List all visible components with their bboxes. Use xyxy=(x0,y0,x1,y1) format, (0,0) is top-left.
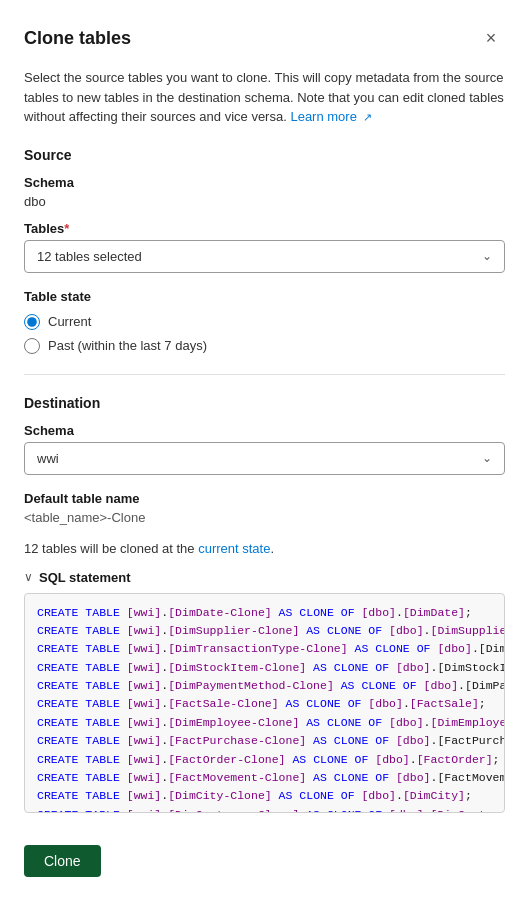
tables-dropdown[interactable]: 12 tables selected ⌄ xyxy=(24,240,505,273)
radio-past-option[interactable]: Past (within the last 7 days) xyxy=(24,338,505,354)
radio-current-option[interactable]: Current xyxy=(24,314,505,330)
sql-code-container: CREATE TABLE [wwi].[DimDate-Clone] AS CL… xyxy=(24,593,505,813)
radio-group: Current Past (within the last 7 days) xyxy=(24,314,505,354)
section-divider xyxy=(24,374,505,375)
table-state-section: Table state Current Past (within the las… xyxy=(24,289,505,354)
clone-button[interactable]: Clone xyxy=(24,845,101,877)
description-content: Select the source tables you want to clo… xyxy=(24,70,504,124)
dest-chevron-down-icon: ⌄ xyxy=(482,451,492,465)
destination-section: Destination Schema wwi ⌄ Default table n… xyxy=(24,395,505,525)
dialog-header: Clone tables × xyxy=(24,24,505,52)
tables-label: Tables* xyxy=(24,221,505,236)
default-name-value: <table_name>-Clone xyxy=(24,510,505,525)
sql-scroll-area[interactable]: CREATE TABLE [wwi].[DimDate-Clone] AS CL… xyxy=(25,594,504,813)
chevron-down-icon: ⌄ xyxy=(482,249,492,263)
close-button[interactable]: × xyxy=(477,24,505,52)
sql-toggle-label: SQL statement xyxy=(39,570,131,585)
radio-current-label: Current xyxy=(48,314,91,329)
sql-code-block: CREATE TABLE [wwi].[DimDate-Clone] AS CL… xyxy=(37,604,492,813)
dest-schema-dropdown[interactable]: wwi ⌄ xyxy=(24,442,505,475)
dest-schema-label: Schema xyxy=(24,423,505,438)
dest-schema-value: wwi xyxy=(37,451,59,466)
radio-past-input[interactable] xyxy=(24,338,40,354)
tables-dropdown-text: 12 tables selected xyxy=(37,249,142,264)
default-name-label: Default table name xyxy=(24,491,505,506)
sql-section: ∨ SQL statement CREATE TABLE [wwi].[DimD… xyxy=(24,570,505,813)
source-section-title: Source xyxy=(24,147,505,163)
clone-info-highlight: current state xyxy=(198,541,270,556)
schema-label: Schema xyxy=(24,175,505,190)
description-text: Select the source tables you want to clo… xyxy=(24,68,505,127)
destination-section-title: Destination xyxy=(24,395,505,411)
default-name-section: Default table name <table_name>-Clone xyxy=(24,491,505,525)
external-link-icon: ↗ xyxy=(363,109,372,126)
schema-value: dbo xyxy=(24,194,505,209)
table-state-label: Table state xyxy=(24,289,505,304)
learn-more-link[interactable]: Learn more ↗ xyxy=(290,109,371,124)
required-star: * xyxy=(64,221,69,236)
dialog-title: Clone tables xyxy=(24,28,131,49)
sql-toggle[interactable]: ∨ SQL statement xyxy=(24,570,505,585)
radio-past-label: Past (within the last 7 days) xyxy=(48,338,207,353)
radio-current-input[interactable] xyxy=(24,314,40,330)
sql-toggle-chevron-icon: ∨ xyxy=(24,570,33,584)
clone-tables-dialog: Clone tables × Select the source tables … xyxy=(0,0,529,901)
clone-info: 12 tables will be cloned at the current … xyxy=(24,541,505,556)
